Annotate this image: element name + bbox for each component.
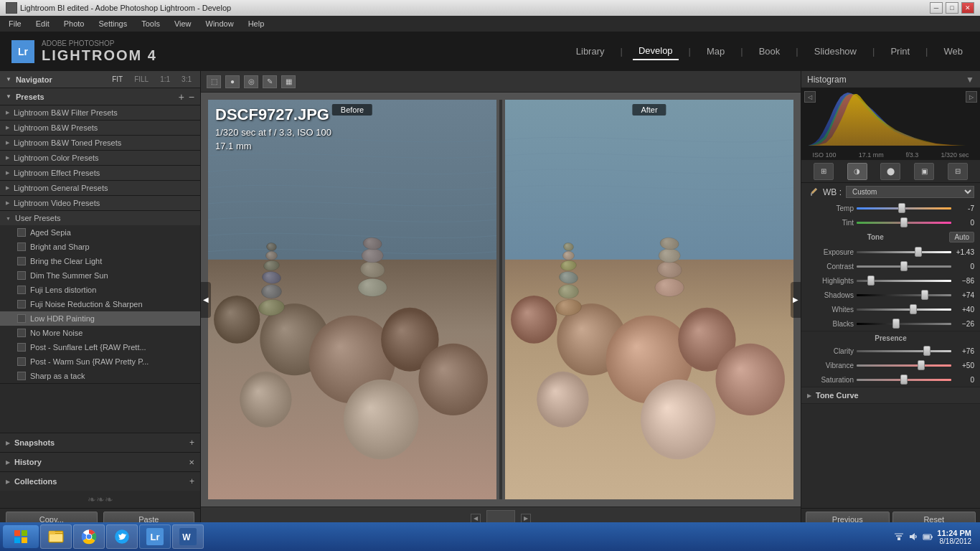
right-arrow[interactable]: ▶ [791, 282, 801, 318]
collections-add[interactable]: + [189, 476, 194, 486]
presets-add-btn[interactable]: + [179, 91, 184, 103]
whites-thumb[interactable] [910, 304, 917, 314]
preset-item-fuji-noise[interactable]: Fuji Noise Reduction & Sharpen [0, 297, 200, 311]
nav-fill[interactable]: FILL [131, 74, 151, 85]
preset-item-low-hdr[interactable]: Low HDR Painting [0, 311, 200, 326]
nav-map[interactable]: Map [701, 43, 730, 60]
snapshots-add[interactable]: + [189, 438, 194, 448]
history-close[interactable]: ✕ [189, 458, 194, 466]
svg-rect-18 [895, 533, 903, 534]
clarity-value: +76 [954, 347, 974, 355]
navigator-header[interactable]: ▼ Navigator FIT FILL 1:1 3:1 [0, 71, 200, 88]
exposure-thumb[interactable] [915, 247, 922, 257]
nav-3-1[interactable]: 3:1 [179, 74, 194, 85]
dot-tool[interactable]: ⬤ [880, 163, 900, 180]
exposure-track[interactable] [857, 251, 951, 253]
menu-photo[interactable]: Photo [61, 18, 88, 29]
tint-track[interactable] [857, 222, 951, 224]
menu-view[interactable]: View [171, 18, 194, 29]
menu-window[interactable]: Window [203, 18, 237, 29]
minimize-btn[interactable]: ─ [930, 2, 943, 14]
tool-spot[interactable]: ● [225, 75, 240, 88]
slider-tool[interactable]: ⊟ [948, 163, 968, 180]
shadows-track[interactable] [857, 294, 951, 296]
taskbar-explorer[interactable] [40, 524, 72, 549]
shadows-label: Shadows [807, 291, 854, 299]
adobe-text: ADOBE PHOTOSHOP [42, 39, 157, 47]
menu-tools[interactable]: Tools [138, 18, 163, 29]
blacks-thumb[interactable] [892, 319, 900, 329]
blacks-track[interactable] [857, 323, 951, 325]
taskbar-word[interactable]: W [172, 524, 204, 549]
tool-redeye[interactable]: ◎ [244, 75, 258, 88]
taskbar-chrome[interactable] [73, 524, 105, 549]
temp-thumb[interactable] [898, 203, 905, 213]
nav-develop[interactable]: Develop [633, 42, 679, 60]
tool-grad[interactable]: ▦ [281, 75, 296, 88]
start-button[interactable] [3, 525, 39, 548]
logo-area: Lr ADOBE PHOTOSHOP LIGHTROOM 4 [11, 39, 157, 64]
menu-edit[interactable]: Edit [33, 18, 52, 29]
tone-header-row: Tone Auto [801, 230, 980, 245]
histogram-chevron[interactable]: ▼ [966, 75, 974, 85]
hist-clip-highlights[interactable]: ▷ [966, 91, 977, 103]
nav-1-1[interactable]: 1:1 [157, 74, 173, 85]
menu-file[interactable]: File [6, 18, 24, 29]
preset-item-fuji-lens[interactable]: Fuji Lens distortion [0, 283, 200, 297]
whites-track[interactable] [857, 309, 951, 311]
nav-print[interactable]: Print [885, 43, 915, 60]
preset-item-sharp-tack[interactable]: Sharp as a tack [0, 369, 200, 383]
nav-library[interactable]: Library [570, 43, 611, 60]
left-arrow[interactable]: ◀ [201, 282, 211, 318]
eyedropper-icon[interactable] [807, 187, 819, 198]
clarity-track[interactable] [857, 350, 951, 352]
vibrance-track[interactable] [857, 364, 951, 367]
ba-divider[interactable] [499, 100, 502, 499]
preset-item-no-noise[interactable]: No More Noise [0, 326, 200, 340]
saturation-thumb[interactable] [900, 375, 908, 385]
highlights-thumb[interactable] [867, 276, 875, 286]
center-area: ⬚ ● ◎ ✎ ▦ ◀ Before DSCF9727.JPG 1/320 se… [201, 71, 801, 529]
contrast-track[interactable] [857, 265, 951, 268]
systray: 11:24 PM 8/18/2012 [888, 529, 977, 545]
tint-thumb[interactable] [900, 217, 908, 227]
nav-fit[interactable]: FIT [109, 74, 126, 85]
preset-item-dim-summer[interactable]: Dim The Summer Sun [0, 268, 200, 283]
preset-item-aged-sepia[interactable]: Aged Sepia [0, 225, 200, 240]
nav-book[interactable]: Book [753, 43, 786, 60]
taskbar-lightroom[interactable]: Lr [139, 524, 171, 549]
preset-group-color: ▶ Lightroom Color Presets [0, 151, 200, 166]
tool-crop[interactable]: ⬚ [207, 75, 221, 88]
tool-brush[interactable]: ✎ [263, 75, 277, 88]
maximize-btn[interactable]: □ [946, 2, 958, 14]
auto-btn[interactable]: Auto [949, 232, 974, 242]
vibrance-thumb[interactable] [918, 360, 925, 370]
close-btn[interactable]: ✕ [961, 2, 974, 14]
shadows-thumb[interactable] [921, 290, 928, 300]
menu-settings[interactable]: Settings [95, 18, 130, 29]
preset-item-clear-light[interactable]: Bring the Clear Light [0, 254, 200, 268]
contrast-thumb[interactable] [900, 261, 908, 271]
presets-header[interactable]: ▼ Presets + − [0, 88, 200, 105]
after-label: After [632, 104, 666, 116]
highlights-track[interactable] [857, 280, 951, 282]
nav-slideshow[interactable]: Slideshow [809, 43, 862, 60]
presets-minus-btn[interactable]: − [189, 91, 194, 103]
whites-label: Whites [807, 306, 854, 314]
menu-help[interactable]: Help [245, 18, 268, 29]
saturation-track[interactable] [857, 379, 951, 381]
preset-item-bright-sharp[interactable]: Bright and Sharp [0, 240, 200, 254]
taskbar-twitter[interactable] [106, 524, 138, 549]
wb-select[interactable]: Custom As Shot Auto Daylight Cloudy [846, 186, 974, 198]
clarity-thumb[interactable] [923, 346, 930, 356]
circle-tool[interactable]: ◑ [847, 163, 867, 180]
histogram-title: Histogram [807, 75, 847, 85]
nav-web[interactable]: Web [938, 43, 969, 60]
temp-track[interactable] [857, 207, 951, 209]
grid-tool[interactable]: ⊞ [814, 163, 834, 180]
preset-item-warm-sun[interactable]: Post - Warm Sun {RAW Pretty P... [0, 354, 200, 369]
preset-item-sunflare[interactable]: Post - Sunflare Left {RAW Prett... [0, 340, 200, 354]
hist-clip-shadows[interactable]: ◁ [804, 91, 816, 103]
rect-tool[interactable]: ▣ [914, 163, 934, 180]
preset-icon-warm-sun [17, 357, 26, 366]
